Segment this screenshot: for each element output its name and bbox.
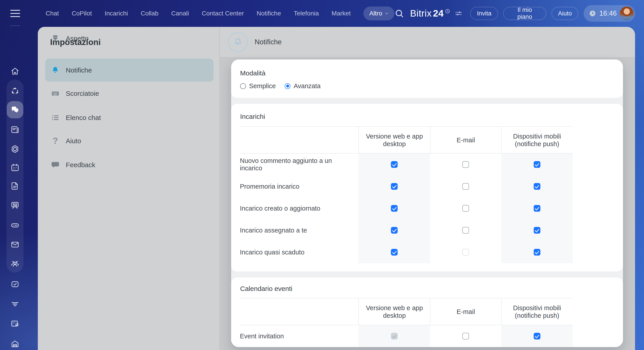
mode-radio-group: Semplice Avanzata [240,82,623,90]
sidebar-item-label: Aspetto [66,35,88,42]
workspace: Impostazioni Aspetto Notifiche Scorciato… [38,27,635,350]
copilot-icon[interactable] [10,86,20,96]
sidebar-item-feedback[interactable]: Feedback [38,153,220,176]
radio-label: Avanzata [294,82,320,90]
search-icon[interactable] [394,8,404,18]
groups-icon[interactable] [10,259,20,269]
settings-main: Notifiche Modalità Semplice Avanzata [220,27,635,350]
nav-more-button[interactable]: Altro [364,6,394,20]
avatar[interactable] [620,6,634,20]
tasks-icon[interactable] [10,279,20,289]
home-icon[interactable] [10,66,20,76]
help-button[interactable]: Aiuto [552,7,578,20]
sidebar-item-label: Aiuto [66,137,81,145]
checkbox-web[interactable] [391,161,398,168]
mail-icon[interactable] [10,240,20,250]
section-title: Incarichi [231,113,623,120]
section-calendario-eventi: Calendario eventi Versione web e app des… [231,278,623,347]
table-header-row: Versione web e app desktop E-mail Dispos… [240,298,572,325]
row-label: Incarico assegnato a te [240,219,358,241]
section-title: Modalità [240,69,623,77]
paintbrush-icon [50,33,60,44]
whiteboard-icon[interactable] [10,200,20,210]
sidebar-item-notifiche[interactable]: Notifiche [45,59,214,82]
nav-item-canali[interactable]: Canali [171,10,189,17]
checkbox-mobile[interactable] [534,333,540,340]
section-title: Calendario eventi [231,285,623,292]
column-header-email: E-mail [430,298,501,325]
bell-icon [50,65,60,76]
table-body: Nuovo commento aggiunto a un incarico Pr… [240,154,572,263]
calendar-icon[interactable] [10,163,20,172]
my-plan-button[interactable]: Il mio piano [503,7,546,20]
logo-clock-icon [445,8,450,14]
nav-item-telefonia[interactable]: Telefonia [294,10,319,17]
checkbox-email[interactable] [462,333,469,340]
nav-item-market[interactable]: Market [332,10,351,17]
crm-funnel-icon[interactable] [10,299,20,309]
sliders-icon[interactable] [454,9,463,18]
radio-semplice[interactable] [240,83,246,89]
checkbox-email[interactable] [462,205,469,212]
column-header-web: Versione web e app desktop [358,127,430,153]
sidebar-item-elenco-chat[interactable]: Elenco chat [38,106,220,129]
checkbox-email[interactable] [462,183,469,190]
checkbox-web[interactable] [391,183,398,190]
nav-item-collab[interactable]: Collab [141,10,158,17]
nav-item-contact-center[interactable]: Contact Center [202,10,244,17]
table-row: Incarico quasi scaduto [240,241,572,263]
logo-brand: Bitrix [410,8,432,19]
row-label: Incarico creato o aggiornato [240,198,358,219]
checkbox-mobile[interactable] [534,205,540,212]
checkbox-mobile[interactable] [534,161,540,168]
column-header-mobile: Dispositivi mobili (notifiche push) [501,298,572,325]
market-icon[interactable] [10,339,20,349]
table-row: Promemoria incarico [240,176,572,198]
checkbox-web[interactable] [391,333,398,340]
checkbox-email[interactable] [462,249,469,256]
automation-hexagon-icon[interactable] [10,144,20,154]
checkbox-email[interactable] [462,227,469,234]
chevron-down-icon [385,12,388,15]
planner-icon[interactable] [10,319,20,328]
checkbox-email[interactable] [462,161,469,168]
checkbox-mobile[interactable] [534,183,540,190]
settings-panel: Modalità Semplice Avanzata Incarichi [231,60,623,347]
column-header-email: E-mail [430,127,501,153]
drive-icon[interactable] [10,220,20,230]
checkbox-web[interactable] [391,205,398,212]
topbar: Chat CoPilot Incarichi Collab Canali Con… [0,0,644,27]
sidebar-item-aspetto[interactable]: Aspetto [38,27,220,50]
radio-option-avanzata[interactable]: Avanzata [285,82,320,90]
worktime-widget[interactable]: 16:46 [584,5,635,22]
sidebar-item-aiuto[interactable]: ? Aiuto [38,129,220,152]
icon-rail: ⚙ [0,27,38,350]
docs-icon[interactable] [10,181,20,191]
topbar-right: Bitrix 24 Invita Il mio piano Aiuto 16:4… [394,5,644,22]
sidebar-item-scorciatoie[interactable]: Scorciatoie [38,82,220,105]
checkbox-mobile[interactable] [534,249,540,256]
feed-icon[interactable] [10,125,20,134]
messenger-icon[interactable] [10,105,20,114]
radio-label: Semplice [249,82,276,90]
radio-avanzata[interactable] [285,83,290,89]
hamburger-menu-icon[interactable] [10,10,20,17]
nav-item-copilot[interactable]: CoPilot [72,10,92,17]
table-row: Incarico assegnato a te [240,219,572,241]
radio-option-semplice[interactable]: Semplice [240,82,276,90]
invite-button[interactable]: Invita [470,7,498,20]
bell-icon [228,32,248,52]
nav-item-incarichi[interactable]: Incarichi [104,10,128,17]
sidebar-item-label: Notifiche [66,66,92,74]
checkbox-mobile[interactable] [534,227,540,234]
checkbox-web[interactable] [391,249,398,256]
section-incarichi: Incarichi Versione web e app desktop E-m… [231,104,623,272]
checkbox-web[interactable] [391,227,398,234]
column-header-empty [240,127,358,153]
bitrix24-logo[interactable]: Bitrix 24 [410,8,450,19]
keyboard-icon [50,88,60,99]
nav-item-chat[interactable]: Chat [46,10,59,17]
nav-item-notifiche[interactable]: Notifiche [257,10,281,17]
feedback-bubble-icon [50,160,60,170]
question-icon: ? [50,136,60,146]
